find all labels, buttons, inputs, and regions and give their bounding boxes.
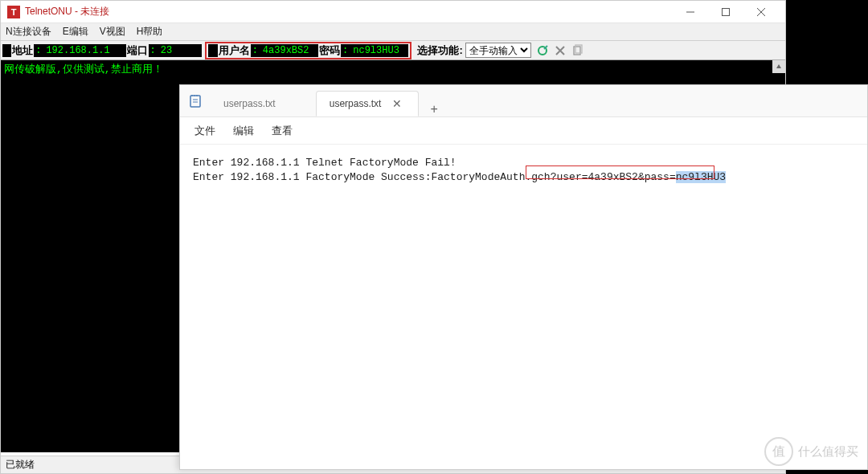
tab-userpass-1[interactable]: userpass.txt xyxy=(211,92,316,116)
terminal-line: 网传破解版,仅供测试,禁止商用！ xyxy=(4,62,782,76)
username-label: 用户名 xyxy=(218,43,251,58)
notepad-titlebar[interactable]: userpass.txt userpass.txt ✕ + xyxy=(180,85,867,117)
menu-file[interactable]: 文件 xyxy=(194,124,215,138)
menu-view[interactable]: V视图 xyxy=(100,25,125,39)
toolbar-icons xyxy=(534,43,586,59)
menu-connect[interactable]: N连接设备 xyxy=(6,25,51,39)
content-line-2: Enter 192.168.1.1 FactoryMode Success:Fa… xyxy=(193,170,854,185)
svg-rect-1 xyxy=(723,8,730,15)
menu-help[interactable]: H帮助 xyxy=(137,25,163,39)
disconnect-icon[interactable] xyxy=(552,43,568,59)
tab-close-icon[interactable]: ✕ xyxy=(389,97,405,110)
toolbar-sep xyxy=(2,44,11,57)
password-field[interactable]: nc9l3HU3 xyxy=(350,44,399,57)
notepad-content[interactable]: Enter 192.168.1.1 Telnet FactoryMode Fai… xyxy=(180,145,867,195)
tab-userpass-2-active[interactable]: userpass.txt ✕ xyxy=(316,91,420,116)
telnet-menubar: N连接设备 E编辑 V视图 H帮助 xyxy=(1,23,785,41)
status-text: 已就绪 xyxy=(6,459,35,470)
app-icon: T xyxy=(7,6,20,18)
tab-label: userpass.txt xyxy=(330,98,382,109)
close-button[interactable] xyxy=(743,2,779,22)
menu-edit[interactable]: E编辑 xyxy=(63,25,88,39)
maximize-button[interactable] xyxy=(708,2,743,22)
telnet-titlebar[interactable]: T TelnetONU - 未连接 xyxy=(1,1,785,23)
function-label: 选择功能: xyxy=(416,43,463,58)
new-tab-button[interactable]: + xyxy=(419,102,448,116)
window-controls xyxy=(673,2,779,22)
scroll-up-icon[interactable] xyxy=(772,60,785,73)
credentials-highlight-box: 用户名 : 4a39xBS2 密码 : nc9l3HU3 xyxy=(205,42,411,59)
selected-text: nc9l3HU3 xyxy=(676,171,726,183)
username-field[interactable]: 4a39xBS2 xyxy=(260,44,309,57)
notepad-icon xyxy=(188,94,203,108)
watermark-icon: 值 xyxy=(764,437,793,466)
menu-view[interactable]: 查看 xyxy=(272,124,293,138)
notepad-menubar: 文件 编辑 查看 xyxy=(180,117,867,145)
password-label: 密码 xyxy=(318,43,341,58)
addr-label: 地址 xyxy=(11,43,34,58)
telnet-toolbar: 地址 : 192.168.1.1 端口 : 23 用户名 : 4a39xBS2 … xyxy=(1,41,785,60)
connect-icon[interactable] xyxy=(534,43,551,59)
port-label: 端口 xyxy=(126,43,149,58)
notepad-tabs: userpass.txt userpass.txt ✕ + xyxy=(211,85,449,116)
function-select[interactable]: 全手动输入 xyxy=(465,43,531,58)
svg-rect-7 xyxy=(190,96,200,107)
port-field[interactable]: 23 xyxy=(158,44,182,57)
minimize-button[interactable] xyxy=(673,2,708,22)
colon: : xyxy=(34,44,43,57)
menu-edit[interactable]: 编辑 xyxy=(233,124,254,138)
copy-icon[interactable] xyxy=(570,43,586,59)
tab-label: userpass.txt xyxy=(223,98,276,109)
watermark-text: 什么值得买 xyxy=(798,444,858,460)
watermark: 值 什么值得买 xyxy=(764,437,858,466)
notepad-window: userpass.txt userpass.txt ✕ + 文件 编辑 查看 E… xyxy=(179,84,868,470)
content-line-1: Enter 192.168.1.1 Telnet FactoryMode Fai… xyxy=(193,156,854,170)
window-title: TelnetONU - 未连接 xyxy=(25,5,673,18)
addr-field[interactable]: 192.168.1.1 xyxy=(43,44,117,57)
